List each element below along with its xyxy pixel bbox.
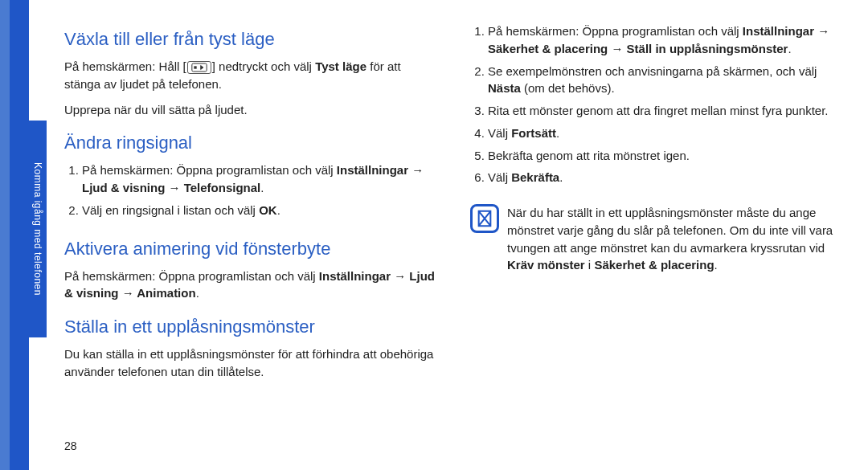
list-item: Se exempelmönstren och anvisningarna på …	[488, 63, 844, 98]
list-ringtone: På hemskärmen: Öppna programlistan och v…	[64, 161, 438, 223]
sidebar-tab: Komma igång med telefonen	[29, 121, 47, 337]
list-item: Välj en ringsignal i listan och välj OK.	[82, 202, 438, 219]
heading-animation: Aktivera animering vid fönsterbyte	[64, 239, 438, 260]
text: När du har ställt in ett upplåsningsmöns…	[507, 206, 833, 255]
heading-unlock-pattern: Ställa in ett upplåsningsmönster	[64, 317, 438, 337]
list-unlock-pattern: På hemskärmen: Öppna programlistan och v…	[470, 22, 844, 191]
paragraph-animation: På hemskärmen: Öppna programlistan och v…	[64, 268, 438, 303]
text: i	[585, 258, 595, 272]
text: .	[196, 286, 199, 300]
text: På hemskärmen: Öppna programlistan och v…	[64, 269, 319, 283]
bold-text: OK	[259, 203, 277, 217]
bold-text: Nästa	[488, 81, 521, 95]
note-icon	[470, 204, 499, 233]
text: På hemskärmen: Öppna programlistan och v…	[82, 163, 337, 177]
sidebar-label: Komma igång med telefonen	[32, 162, 43, 296]
text: .	[556, 126, 559, 140]
paragraph-silent-mode: På hemskärmen: Håll [] nedtryckt och väl…	[64, 58, 438, 93]
left-column: Växla till eller från tyst läge På hemsk…	[64, 22, 438, 454]
text: Välj	[488, 126, 511, 140]
list-item: Välj Fortsätt.	[488, 125, 844, 142]
text: På hemskärmen: Håll [	[64, 59, 186, 73]
text: ] nedtryckt och välj	[212, 59, 315, 73]
text: .	[788, 42, 791, 55]
manual-page: Komma igång med telefonen Växla till ell…	[0, 0, 868, 470]
sidebar-inner-stripe	[10, 0, 29, 470]
bold-text: Fortsätt	[511, 126, 556, 140]
text: Se exempelmönstren och anvisningarna på …	[488, 64, 817, 78]
text: Välj en ringsignal i listan och välj	[82, 203, 259, 217]
right-column: På hemskärmen: Öppna programlistan och v…	[470, 22, 844, 454]
bold-text: Säkerhet & placering	[594, 258, 714, 272]
list-item: Välj Bekräfta.	[488, 169, 844, 186]
text: (om det behövs).	[521, 81, 615, 95]
bold-text: Kräv mönster	[507, 258, 585, 272]
bold-text: Tyst läge	[315, 59, 366, 73]
note-text: När du har ställt in ett upplåsningsmöns…	[507, 204, 844, 274]
list-item: På hemskärmen: Öppna programlistan och v…	[82, 161, 438, 197]
paragraph-repeat: Upprepa när du vill sätta på ljudet.	[64, 101, 438, 119]
text: .	[260, 181, 264, 194]
text: Välj	[488, 170, 511, 184]
hold-key-icon	[187, 61, 211, 74]
text: .	[714, 258, 718, 272]
page-number: 28	[64, 439, 77, 452]
content-area: Växla till eller från tyst läge På hemsk…	[64, 22, 844, 454]
note-box: När du har ställt in ett upplåsningsmöns…	[470, 204, 844, 274]
text: På hemskärmen: Öppna programlistan och v…	[488, 24, 743, 38]
text: .	[277, 203, 280, 217]
list-item: Bekräfta genom att rita mönstret igen.	[488, 147, 844, 165]
svg-rect-1	[194, 66, 196, 68]
bold-text: Bekräfta	[511, 170, 559, 184]
heading-silent-mode: Växla till eller från tyst läge	[64, 29, 438, 50]
list-item: På hemskärmen: Öppna programlistan och v…	[488, 22, 844, 58]
list-item: Rita ett mönster genom att dra fingret m…	[488, 102, 844, 120]
paragraph-unlock-pattern: Du kan ställa in ett upplåsningsmönster …	[64, 345, 438, 381]
text: .	[559, 170, 563, 184]
heading-ringtone: Ändra ringsignal	[64, 133, 438, 153]
